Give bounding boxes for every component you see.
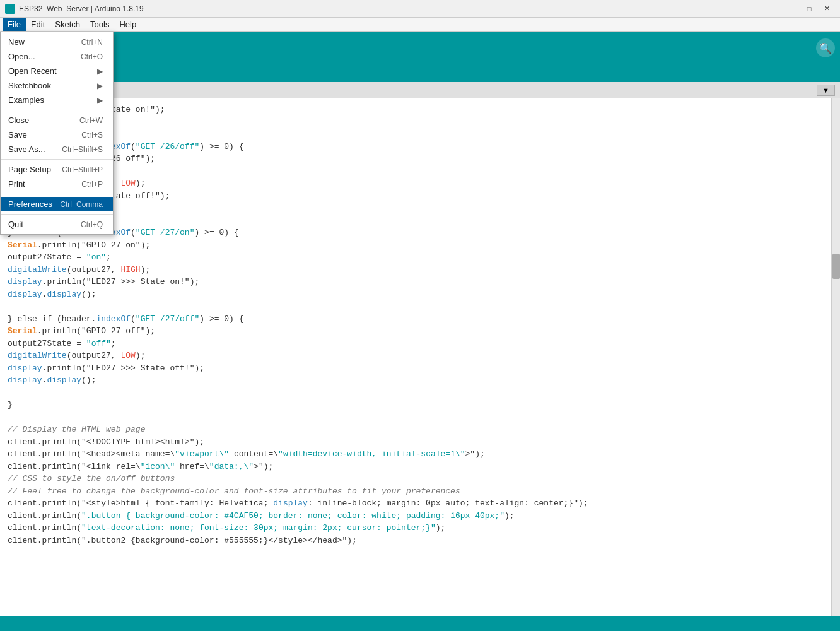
file-menu-item-close[interactable]: Close Ctrl+W [1,113,113,127]
editor-area: .println("LED26 >>> State on!"); .displa… [0,98,840,616]
file-menu-panel: New Ctrl+N Open... Ctrl+O Open Recent ▶ … [0,32,114,235]
close-button[interactable]: ✕ [819,3,835,15]
window-controls: ─ □ ✕ [783,3,835,15]
vertical-scrollbar[interactable] [831,98,840,616]
title-bar: ESP32_Web_Server | Arduino 1.8.19 ─ □ ✕ [0,0,840,18]
menu-item-label: Close [8,115,29,125]
menu-item-shortcut: Ctrl+W [79,116,103,125]
serial-bar: Using Programmer ▼ [0,82,840,98]
menu-tools[interactable]: Tools [85,18,114,31]
serial-dropdown-button[interactable]: ▼ [817,85,835,96]
menu-item-label: Print [8,179,25,189]
status-bar [0,616,840,631]
menu-item-shortcut: Ctrl+P [81,180,103,189]
serial-monitor-button[interactable]: 🔍 [816,38,835,57]
menu-item-label: Save [8,130,27,139]
menu-file[interactable]: File [3,18,26,31]
menu-item-shortcut: Ctrl+O [81,52,103,61]
menu-item-label: Open Recent [8,66,57,76]
menu-item-shortcut: Ctrl+Shift+S [62,145,103,154]
menu-edit[interactable]: Edit [26,18,50,31]
menu-separator [1,110,113,110]
code-editor[interactable]: .println("LED26 >>> State on!"); .displa… [0,98,831,616]
file-menu-item-preferences[interactable]: Preferences Ctrl+Comma [1,197,113,211]
file-menu-item-new[interactable]: New Ctrl+N [1,35,113,49]
menu-sketch[interactable]: Sketch [50,18,85,31]
menu-item-shortcut: Ctrl+Comma [60,200,103,209]
tab-bar: ESP32_Web_Server [0,64,840,82]
menu-item-label: Sketchbook [8,81,51,90]
menu-item-shortcut: ▶ [97,96,103,105]
file-menu-item-sketchbook[interactable]: Sketchbook ▶ [1,78,113,93]
menu-item-label: Preferences [8,199,52,209]
menu-help[interactable]: Help [114,18,141,31]
app-icon [5,4,15,14]
scrollbar-thumb[interactable] [832,254,840,279]
file-menu-item-examples[interactable]: Examples ▶ [1,93,113,107]
menu-item-shortcut: Ctrl+Q [81,220,103,229]
menu-separator [1,214,113,215]
menu-separator [1,159,113,160]
menu-item-label: Quit [8,220,23,229]
file-menu-item-page-setup[interactable]: Page Setup Ctrl+Shift+P [1,162,113,177]
file-menu-item-save-as-[interactable]: Save As... Ctrl+Shift+S [1,142,113,156]
menu-item-shortcut: Ctrl+N [81,38,103,47]
menu-item-shortcut: Ctrl+S [81,131,103,139]
file-menu-dropdown: New Ctrl+N Open... Ctrl+O Open Recent ▶ … [0,32,114,235]
menu-bar: File Edit Sketch Tools Help [0,18,840,32]
toolbar: ✓ ➜ 🔍 [0,32,840,64]
menu-separator [1,194,113,194]
menu-item-label: Open... [8,52,35,61]
menu-item-shortcut: ▶ [97,81,103,90]
file-menu-item-print[interactable]: Print Ctrl+P [1,177,113,191]
menu-item-label: New [8,37,25,47]
file-menu-item-open-recent[interactable]: Open Recent ▶ [1,64,113,78]
menu-item-shortcut: ▶ [97,67,103,76]
menu-item-label: Save As... [8,144,45,154]
file-menu-item-quit[interactable]: Quit Ctrl+Q [1,217,113,232]
file-menu-item-save[interactable]: Save Ctrl+S [1,127,113,142]
window-title: ESP32_Web_Server | Arduino 1.8.19 [19,4,783,13]
maximize-button[interactable]: □ [801,3,817,15]
menu-item-shortcut: Ctrl+Shift+P [62,165,103,174]
menu-item-label: Page Setup [8,165,51,174]
file-menu-item-open-[interactable]: Open... Ctrl+O [1,49,113,64]
minimize-button[interactable]: ─ [783,3,800,15]
menu-item-label: Examples [8,95,44,105]
